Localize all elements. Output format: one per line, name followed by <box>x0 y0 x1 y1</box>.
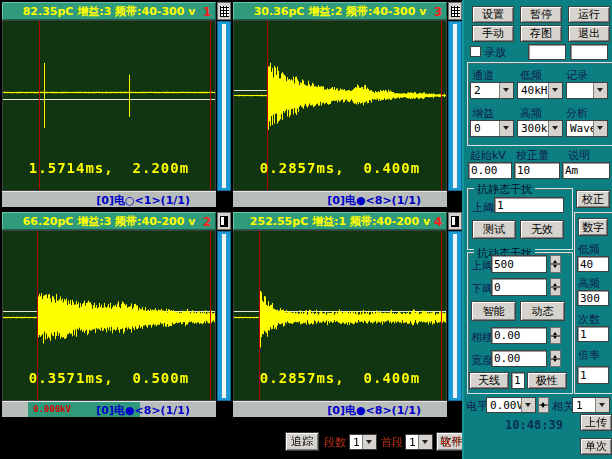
panel-2-title: 66.20pC 增益:3 频带:40-200 v <box>23 214 196 229</box>
chevron-down-icon[interactable] <box>595 398 609 412</box>
panel-2-scrollbar[interactable] <box>217 231 231 401</box>
chevron-down-icon[interactable] <box>548 121 562 136</box>
record-field-2[interactable] <box>570 44 608 60</box>
lower-threshold-spinner[interactable] <box>550 278 561 296</box>
gain-dropdown[interactable]: 0 <box>470 120 514 137</box>
waveform-panel-2: 66.20pC 增益:3 频带:40-200 v 2 0.3571ms, 0.5… <box>2 212 216 417</box>
lowfreq2-label: 低频 <box>578 242 600 257</box>
width-field[interactable] <box>491 350 547 367</box>
test-button[interactable]: 测试 <box>472 220 516 239</box>
grid-icon[interactable] <box>217 2 231 20</box>
panel-2-waveform[interactable]: 0.3571ms, 0.500m <box>2 230 216 401</box>
startkv-label: 起始kV <box>470 148 506 163</box>
ratio-field[interactable] <box>577 366 609 384</box>
panel-2-scroll-thumb[interactable] <box>222 234 226 398</box>
pause-button[interactable]: 暂停 <box>520 6 562 23</box>
save-image-button[interactable]: 存图 <box>520 25 562 42</box>
panel-3-header[interactable]: 30.36pC 增益:2 频带:40-300 v 3 <box>233 2 447 20</box>
antenna-button[interactable]: 天线 <box>469 372 509 389</box>
correction-field[interactable] <box>514 162 560 179</box>
upper-threshold-field-1[interactable] <box>494 197 564 213</box>
lowfreq2-field[interactable] <box>577 256 609 272</box>
highfreq-dropdown[interactable]: 300kHz <box>517 120 563 137</box>
level-dropdown[interactable]: 0.00V <box>486 397 536 413</box>
panel-1-waveform[interactable]: 1.5714ms, 2.200m <box>2 20 216 191</box>
panel-4-scrollbar[interactable] <box>448 231 462 401</box>
firstseg-dropdown[interactable]: 1 <box>405 434 433 450</box>
panel-4-measurement: 0.2857ms, 0.400m <box>234 370 446 386</box>
phase-field[interactable] <box>491 327 547 344</box>
record-dropdown[interactable] <box>566 82 608 99</box>
panel-1-scroll-thumb[interactable] <box>222 24 226 188</box>
correlation-dropdown[interactable]: 1 <box>572 397 610 413</box>
panel-2-measurement: 0.3571ms, 0.500m <box>3 370 215 386</box>
single-shot-button[interactable]: 单次 <box>580 438 612 455</box>
highfreq2-label: 高频 <box>578 276 600 291</box>
description-field[interactable] <box>562 162 610 179</box>
chevron-down-icon[interactable] <box>499 121 513 136</box>
width-spinner[interactable] <box>550 350 561 367</box>
antistatic-group-title: 抗静态干扰 <box>474 182 535 197</box>
antenna-field[interactable] <box>511 372 525 389</box>
count-field[interactable] <box>577 326 609 342</box>
level-label-bottom: 电平 <box>440 435 462 450</box>
calibrate-button[interactable]: 校正 <box>576 190 610 208</box>
panel-4-scroll-column <box>448 212 462 417</box>
highfreq2-field[interactable] <box>577 290 609 306</box>
chevron-down-icon[interactable] <box>521 398 535 412</box>
run-button[interactable]: 运行 <box>568 6 610 23</box>
grid-icon[interactable] <box>448 2 462 20</box>
channel-dropdown[interactable]: 2 <box>470 82 514 99</box>
analysis-dropdown[interactable]: Wave <box>566 120 608 137</box>
panel-3-scrollbar[interactable] <box>448 21 462 191</box>
segments-dropdown[interactable]: 1 <box>349 434 377 450</box>
record-label: 记录 <box>566 68 588 83</box>
channel-value: 2 <box>474 84 481 97</box>
record-playback-label: 录放 <box>484 45 506 60</box>
panel-4-header[interactable]: 252.55pC 增益:1 频带:40-200 v 4 <box>233 212 447 230</box>
lowfreq-dropdown[interactable]: 40kHz <box>517 82 563 99</box>
chevron-down-icon[interactable] <box>593 83 607 98</box>
segments-label: 段数 <box>324 435 346 450</box>
page-icon[interactable] <box>217 212 231 230</box>
chevron-down-icon[interactable] <box>548 83 562 98</box>
upload-button[interactable]: 上传 <box>580 414 612 431</box>
record-playback-checkbox[interactable] <box>470 46 481 57</box>
exit-button[interactable]: 退出 <box>568 25 610 42</box>
smart-button[interactable]: 智能 <box>471 301 516 321</box>
panel-3-scroll-thumb[interactable] <box>453 24 457 188</box>
level-spinner[interactable] <box>538 397 549 413</box>
lower-threshold-field[interactable] <box>491 278 547 296</box>
track-button[interactable]: 追踪 <box>285 432 319 451</box>
panel-3-status-bar: [0]电●<8>(1/1) <box>233 191 447 207</box>
panel-2-scroll-column <box>217 212 231 417</box>
panel-3-scroll-column <box>448 2 462 207</box>
upper-threshold-label-2: 上阈 <box>471 258 493 273</box>
panel-1-header[interactable]: 82.35pC 增益:3 频带:40-300 v 1 <box>2 2 216 20</box>
panel-4-waveform[interactable]: 0.2857ms, 0.400m <box>233 230 447 401</box>
panel-1-measurement: 1.5714ms, 2.200m <box>3 160 215 176</box>
panel-2-header[interactable]: 66.20pC 增益:3 频带:40-200 v 2 <box>2 212 216 230</box>
upper-threshold-field-2[interactable] <box>491 255 547 273</box>
upper-threshold-spinner[interactable] <box>550 255 561 273</box>
level-label: 电平 <box>466 399 488 414</box>
settings-button[interactable]: 设置 <box>472 6 514 23</box>
startkv-field[interactable] <box>468 162 512 179</box>
panel-4-status: [0]电●<8>(1/1) <box>327 403 421 418</box>
panel-3-waveform[interactable]: 0.2857ms, 0.400m <box>233 20 447 191</box>
dynamic-button[interactable]: 动态 <box>520 301 565 321</box>
manual-button[interactable]: 手动 <box>472 25 514 42</box>
chevron-down-icon[interactable] <box>362 435 376 449</box>
panel-4-title: 252.55pC 增益:1 频带:40-200 v <box>250 214 430 229</box>
digital-button[interactable]: 数字 <box>578 218 608 236</box>
invalid-button[interactable]: 无效 <box>520 220 564 239</box>
phase-spinner[interactable] <box>550 327 561 344</box>
polarity-button[interactable]: 极性 <box>527 372 567 389</box>
chevron-down-icon[interactable] <box>593 121 607 136</box>
record-field-1[interactable] <box>528 44 566 60</box>
panel-4-scroll-thumb[interactable] <box>453 234 457 398</box>
chevron-down-icon[interactable] <box>418 435 432 449</box>
chevron-down-icon[interactable] <box>499 83 513 98</box>
page-icon[interactable] <box>448 212 462 230</box>
panel-1-scrollbar[interactable] <box>217 21 231 191</box>
